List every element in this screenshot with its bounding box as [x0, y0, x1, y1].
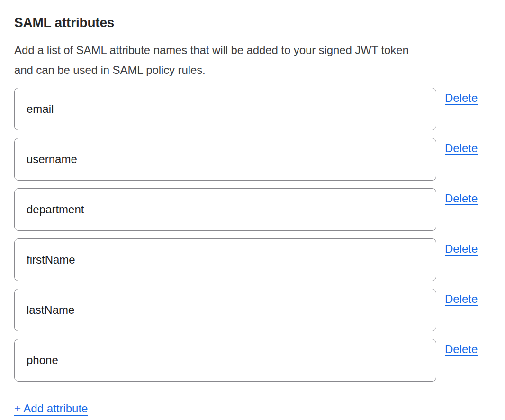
add-attribute-link[interactable]: + Add attribute [14, 402, 88, 415]
attribute-row: Delete [14, 339, 491, 382]
section-title: SAML attributes [14, 15, 491, 31]
delete-link[interactable]: Delete [445, 343, 478, 356]
section-description: Add a list of SAML attribute names that … [14, 40, 491, 80]
description-line: Add a list of SAML attribute names that … [14, 40, 491, 60]
attribute-input-phone[interactable] [14, 339, 436, 382]
attribute-input-firstname[interactable] [14, 238, 436, 281]
attribute-row: Delete [14, 88, 491, 130]
saml-attributes-section: SAML attributes Add a list of SAML attri… [0, 0, 505, 415]
delete-link[interactable]: Delete [445, 142, 478, 155]
attribute-input-lastname[interactable] [14, 289, 436, 331]
description-line: and can be used in SAML policy rules. [14, 60, 491, 80]
attribute-input-email[interactable] [14, 88, 436, 130]
attribute-row: Delete [14, 138, 491, 181]
attribute-input-department[interactable] [14, 188, 436, 231]
attribute-row: Delete [14, 289, 491, 331]
attribute-row: Delete [14, 238, 491, 281]
attribute-input-username[interactable] [14, 138, 436, 181]
delete-link[interactable]: Delete [445, 242, 478, 256]
delete-link[interactable]: Delete [445, 192, 478, 205]
attribute-list: Delete Delete Delete Delete Delete Delet… [14, 88, 491, 382]
delete-link[interactable]: Delete [445, 91, 478, 105]
attribute-row: Delete [14, 188, 491, 231]
delete-link[interactable]: Delete [445, 292, 478, 306]
